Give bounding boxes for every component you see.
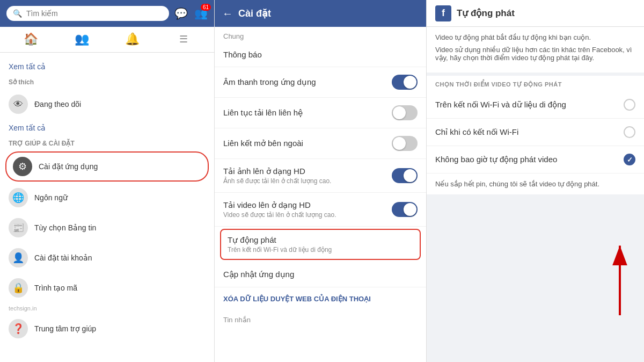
option3-item[interactable]: Không bao giờ tự động phát video <box>427 146 644 173</box>
so-thich-label: Sở thích <box>0 75 214 89</box>
cai-dat-icon: ⚙ <box>13 157 32 176</box>
facebook-logo: f <box>435 5 451 21</box>
trinh-tao-ma-icon: 🔒 <box>9 278 28 298</box>
messenger-icon[interactable]: 💬 <box>174 7 188 20</box>
left-content: Xem tất cả Sở thích 👁 Đang theo dõi Xem … <box>0 53 214 362</box>
option2-radio[interactable] <box>624 126 635 138</box>
tu-dong-phat-sub: Trên kết nối Wi-Fi và dữ liệu di động <box>228 246 413 254</box>
lien-ket-item[interactable]: Liên kết mở bên ngoài <box>215 128 426 159</box>
cai-dat-tk-label: Cài đặt tài khoản <box>34 254 92 262</box>
option2-label: Chỉ khi có kết nối Wi-Fi <box>435 127 518 137</box>
right-header: f Tự động phát <box>427 0 644 27</box>
watermark: techsign.in <box>0 303 214 314</box>
right-content: Video tự động phát bắt đầu tự động khi b… <box>427 27 644 362</box>
search-input[interactable] <box>26 9 163 18</box>
cai-dat-tk-item[interactable]: 👤 Cài đặt tài khoản <box>0 243 214 273</box>
option2-item[interactable]: Chỉ khi có kết nối Wi-Fi <box>427 119 644 146</box>
trung-tam-item[interactable]: ❓ Trung tâm trợ giúp <box>0 314 214 344</box>
tuy-chon-label: Tùy chọn Bảng tin <box>34 223 96 232</box>
tai-anh-sub: Ảnh sẽ được tải lên ở chất lượng cao. <box>223 177 392 185</box>
friends-icon[interactable]: 👥 61 <box>194 7 208 20</box>
mid-panel: ← Cài đặt Chung Thông báo Âm thanh trong… <box>215 0 427 362</box>
right-note: Nếu sắp hết pin, chúng tôi sẽ tắt video … <box>427 173 644 194</box>
left-panel: 🔍 💬 👥 61 🏠 👥 🔔 ☰ Xem tất cả Sở thích 👁 Đ… <box>0 0 215 362</box>
thong-bao-title: Thông báo <box>223 50 418 59</box>
tai-video-title: Tải video lên ở dạng HD <box>223 200 392 210</box>
ngon-ngu-label: Ngôn ngữ <box>34 193 68 202</box>
trung-tam-label: Trung tâm trợ giúp <box>34 324 96 333</box>
see-all-1[interactable]: Xem tất cả <box>0 58 214 75</box>
option1-radio[interactable] <box>624 99 635 111</box>
tab-menu-icon[interactable]: ☰ <box>158 27 209 52</box>
ngon-ngu-icon: 🌐 <box>9 188 28 207</box>
trinh-tao-ma-label: Trình tạo mã <box>34 284 77 292</box>
right-desc-2: Video sử dụng nhiều dữ liệu hơn các tin … <box>435 46 635 62</box>
search-input-wrap[interactable]: 🔍 <box>6 6 169 21</box>
cai-dat-app-item[interactable]: ⚙ Cài đặt ứng dụng <box>5 151 209 182</box>
lien-ket-toggle[interactable] <box>392 136 418 151</box>
right-desc-1: Video tự động phát bắt đầu tự động khi b… <box>435 33 635 41</box>
trinh-tao-ma-item[interactable]: 🔒 Trình tạo mã <box>0 273 214 303</box>
right-title: Tự động phát <box>457 8 515 19</box>
dang-theo-doi-icon: 👁 <box>9 95 28 114</box>
am-thanh-title: Âm thanh trong ứng dụng <box>223 77 392 87</box>
header-icons: 💬 👥 61 <box>174 7 208 20</box>
back-button[interactable]: ← <box>222 8 233 20</box>
am-thanh-toggle[interactable] <box>392 75 418 90</box>
tab-friends-icon[interactable]: 👥 <box>56 27 107 52</box>
right-panel: f Tự động phát Video tự động phát bắt đầ… <box>427 0 644 362</box>
friends-badge: 61 <box>201 4 211 11</box>
xoa-du-lieu[interactable]: XÓA DỮ LIỆU DUYỆT WEB CỦA ĐIỆN THOẠI <box>215 287 426 310</box>
right-desc: Video tự động phát bắt đầu tự động khi b… <box>427 27 644 76</box>
tai-video-toggle[interactable] <box>392 202 418 217</box>
cai-dat-app-label: Cài đặt ứng dụng <box>39 162 98 171</box>
dang-theo-doi-item[interactable]: 👁 Đang theo dõi <box>0 89 214 119</box>
option1-item[interactable]: Trên kết nối Wi-Fi và dữ liệu di động <box>427 91 644 119</box>
tab-notifications-icon[interactable]: 🔔 <box>107 27 158 52</box>
group-chung: Chung <box>215 27 426 42</box>
tro-giup-label: TRỢ GIÚP & CÀI ĐẶT <box>0 136 214 150</box>
cap-nhat-title: Cập nhật ứng dụng <box>223 270 418 279</box>
dang-theo-doi-label: Đang theo dõi <box>34 100 81 108</box>
mid-header: ← Cài đặt <box>215 0 426 27</box>
nav-tabs: 🏠 👥 🔔 ☰ <box>0 27 214 53</box>
tu-dong-phat-item[interactable]: Tự động phát Trên kết nối Wi-Fi và dữ li… <box>220 229 421 260</box>
tai-anh-toggle[interactable] <box>392 168 418 183</box>
search-icon: 🔍 <box>13 9 22 18</box>
tu-dong-phat-title: Tự động phát <box>228 235 413 245</box>
thong-bao-item[interactable]: Thông báo <box>215 42 426 67</box>
option1-label: Trên kết nối Wi-Fi và dữ liệu di động <box>435 100 566 110</box>
tuy-chon-item[interactable]: 📰 Tùy chọn Bảng tin <box>0 213 214 243</box>
am-thanh-item[interactable]: Âm thanh trong ứng dụng <box>215 67 426 98</box>
tai-anh-item[interactable]: Tải ảnh lên ở dạng HD Ảnh sẽ được tải lê… <box>215 159 426 193</box>
see-all-2[interactable]: Xem tất cả <box>0 119 214 136</box>
cap-nhat-item[interactable]: Cập nhật ứng dụng <box>215 262 426 287</box>
lien-tuc-toggle[interactable] <box>392 105 418 120</box>
tab-news-icon[interactable]: 🏠 <box>5 27 56 52</box>
lien-tuc-item[interactable]: Liên tục tải lên liên hệ <box>215 98 426 128</box>
tai-anh-title: Tải ảnh lên ở dạng HD <box>223 166 392 176</box>
ngon-ngu-item[interactable]: 🌐 Ngôn ngữ <box>0 183 214 213</box>
lien-tuc-title: Liên tục tải lên liên hệ <box>223 108 392 118</box>
cai-dat-tk-icon: 👤 <box>9 248 28 267</box>
search-bar: 🔍 💬 👥 61 <box>0 0 214 27</box>
mid-content: Chung Thông báo Âm thanh trong ứng dụng … <box>215 27 426 362</box>
right-section-label: CHỌN THỜI ĐIỂM VIDEO TỰ ĐỘNG PHÁT <box>427 76 644 91</box>
tai-video-sub: Video sẽ được tải lên ở chất lượng cao. <box>223 211 392 219</box>
option3-label: Không bao giờ tự động phát video <box>435 155 557 164</box>
tuy-chon-icon: 📰 <box>9 218 28 237</box>
trung-tam-icon: ❓ <box>9 319 28 338</box>
tin-nhan-label: Tin nhắn <box>215 310 426 326</box>
option3-radio[interactable] <box>624 154 635 165</box>
mid-title: Cài đặt <box>238 8 271 19</box>
lien-ket-title: Liên kết mở bên ngoài <box>223 139 392 148</box>
tai-video-item[interactable]: Tải video lên ở dạng HD Video sẽ được tả… <box>215 193 426 227</box>
